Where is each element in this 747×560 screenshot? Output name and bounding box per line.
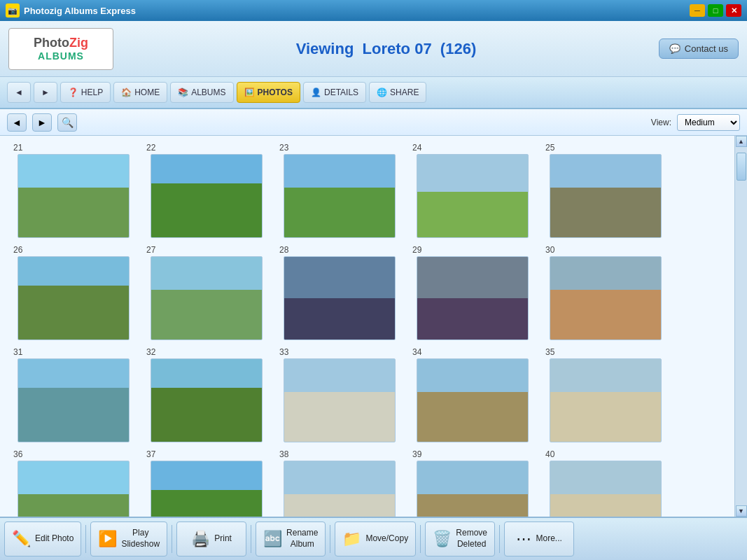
photo-thumbnail: [284, 461, 396, 517]
action-label: Edit Photo: [35, 533, 74, 545]
list-item[interactable]: 31: [11, 347, 137, 442]
share-button[interactable]: 🌐 SHARE: [369, 82, 426, 103]
forward-button[interactable]: ►: [34, 82, 57, 103]
view-select[interactable]: Small Medium Large: [677, 114, 740, 131]
photo-number: 30: [545, 245, 554, 255]
photo-thumbnail: [151, 154, 263, 238]
list-item[interactable]: 21: [11, 143, 137, 238]
divider: [420, 525, 421, 553]
photo-number: 27: [146, 245, 155, 255]
print-button[interactable]: 🖨️ Print: [176, 522, 246, 556]
list-item[interactable]: 35: [543, 347, 669, 442]
photo-thumbnail: [550, 358, 662, 442]
chat-icon: 💬: [669, 43, 680, 54]
list-item[interactable]: 29: [410, 245, 536, 340]
list-item[interactable]: 25: [543, 143, 669, 238]
action-label: Print: [214, 533, 232, 545]
photo-thumbnail: [550, 461, 662, 517]
header-title: Viewing Loreto 07 (126): [113, 40, 659, 58]
action-icon: 🗑️: [433, 531, 452, 547]
list-item[interactable]: 28: [277, 245, 403, 340]
photo-number: 25: [545, 143, 554, 153]
photo-thumbnail: [550, 154, 662, 238]
list-item[interactable]: 33: [277, 347, 403, 442]
search-button[interactable]: 🔍: [57, 113, 77, 132]
divider: [85, 525, 86, 553]
list-item[interactable]: 32: [144, 347, 270, 442]
play-slideshow-button[interactable]: ▶️ PlaySlideshow: [90, 522, 167, 556]
list-item[interactable]: 22: [144, 143, 270, 238]
help-button[interactable]: ❓ HELP: [60, 82, 111, 103]
list-item[interactable]: 36: [11, 449, 137, 517]
photo-thumbnail: [284, 154, 396, 238]
list-item[interactable]: 23: [277, 143, 403, 238]
photo-number: 21: [13, 143, 22, 153]
list-item[interactable]: 24: [410, 143, 536, 238]
next-icon: ►: [37, 117, 47, 128]
scrollbar[interactable]: ▲ ▼: [734, 136, 747, 517]
next-page-button[interactable]: ►: [32, 113, 52, 132]
back-button[interactable]: ◄: [7, 82, 31, 103]
main-area: 21 22 23 24 25 26 27 28 29 30: [0, 136, 747, 517]
photo-thumbnail: [18, 256, 130, 340]
photo-number: 24: [412, 143, 421, 153]
list-item[interactable]: 34: [410, 347, 536, 442]
action-label: Move/Copy: [365, 533, 408, 545]
edit-photo-button[interactable]: ✏️ Edit Photo: [4, 522, 81, 556]
photo-number: 23: [279, 143, 288, 153]
rename-album-button[interactable]: 🔤 RenameAlbum: [256, 522, 326, 556]
divider: [499, 525, 500, 553]
photo-row: 31 32 33 34 35: [11, 347, 724, 442]
list-item[interactable]: 38: [277, 449, 403, 517]
photos-icon: 🖼️: [244, 88, 255, 97]
more-button[interactable]: ⋯ More...: [504, 522, 574, 556]
scroll-thumb[interactable]: [736, 153, 746, 181]
action-label: PlaySlideshow: [121, 528, 160, 550]
help-icon: ❓: [68, 88, 78, 97]
list-item[interactable]: 40: [543, 449, 669, 517]
contact-button[interactable]: 💬 Contact us: [659, 38, 739, 59]
maximize-button[interactable]: □: [708, 4, 723, 17]
nav-bar: ◄ ► ❓ HELP 🏠 HOME 📚 ALBUMS 🖼️ PHOTOS 👤 D…: [0, 77, 747, 109]
details-button[interactable]: 👤 DETAILS: [303, 82, 366, 103]
photo-number: 37: [146, 449, 155, 459]
header: PhotoZig ALBUMS Viewing Loreto 07 (126) …: [0, 21, 747, 77]
albums-button[interactable]: 📚 ALBUMS: [170, 82, 233, 103]
minimize-button[interactable]: ─: [690, 4, 705, 17]
photo-row: 26 27 28 29 30: [11, 245, 724, 340]
divider: [251, 525, 251, 553]
photo-grid: 21 22 23 24 25 26 27 28 29 30: [0, 136, 734, 517]
photo-count: (126): [440, 40, 476, 57]
photos-button[interactable]: 🖼️ PHOTOS: [237, 82, 300, 103]
scroll-up-button[interactable]: ▲: [736, 136, 747, 147]
list-item[interactable]: 27: [144, 245, 270, 340]
photo-number: 33: [279, 347, 288, 357]
photo-thumbnail: [151, 461, 263, 517]
action-label: RemoveDeleted: [456, 528, 487, 550]
home-button[interactable]: 🏠 HOME: [113, 82, 167, 103]
list-item[interactable]: 30: [543, 245, 669, 340]
photo-number: 38: [279, 449, 288, 459]
list-item[interactable]: 37: [144, 449, 270, 517]
photo-number: 31: [13, 347, 22, 357]
photo-number: 26: [13, 245, 22, 255]
logo: PhotoZig ALBUMS: [8, 28, 113, 70]
action-icon: 📁: [342, 531, 361, 547]
close-button[interactable]: ✕: [726, 4, 741, 17]
album-name: Loreto 07: [363, 40, 432, 57]
photo-number: 40: [545, 449, 554, 459]
prev-page-button[interactable]: ◄: [7, 113, 27, 132]
app-title: Photozig Albums Express: [24, 6, 136, 16]
list-item[interactable]: 26: [11, 245, 137, 340]
remove-deleted-button[interactable]: 🗑️ RemoveDeleted: [425, 522, 495, 556]
photo-thumbnail: [417, 461, 529, 517]
scroll-down-button[interactable]: ▼: [736, 505, 747, 517]
move-copy-button[interactable]: 📁 Move/Copy: [335, 522, 416, 556]
photo-number: 35: [545, 347, 554, 357]
list-item[interactable]: 39: [410, 449, 536, 517]
toolbar: ◄ ► 🔍 View: Small Medium Large: [0, 109, 747, 136]
action-label: RenameAlbum: [286, 528, 318, 550]
photo-thumbnail: [417, 256, 529, 340]
action-icon: ⋯: [516, 531, 531, 547]
albums-icon: 📚: [178, 88, 188, 97]
